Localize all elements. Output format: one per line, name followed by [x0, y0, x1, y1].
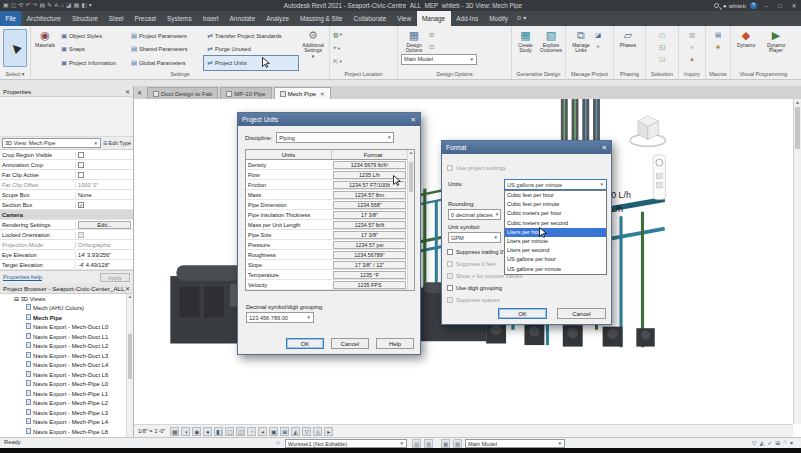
ok-button[interactable]: OK: [286, 338, 324, 349]
dropdown-option[interactable]: Liters per hour: [505, 228, 606, 237]
view-control-icon[interactable]: ◭: [291, 427, 300, 436]
ribbon-tab[interactable]: Analyze: [261, 11, 295, 26]
unit-format-button[interactable]: 17 3/8": [332, 211, 414, 219]
tree-view-item[interactable]: Navis Export - Mech-Duct L3: [0, 352, 133, 362]
view-control-icon[interactable]: ◕: [258, 427, 267, 436]
property-row[interactable]: Far Clip Offset 1000' 0": [0, 180, 133, 190]
selection-filter-icon[interactable]: ▽: [752, 439, 757, 446]
ribbon-tab[interactable]: Add-Ins: [451, 11, 484, 26]
tree-view-item[interactable]: Navis Export - Mech-Duct L4: [0, 361, 133, 371]
view-tabs-close-icon[interactable]: ✕: [135, 87, 144, 99]
active-design-option-dropdown[interactable]: Main Model▼: [401, 54, 477, 65]
ribbon-tab[interactable]: Systems: [162, 11, 198, 26]
location-button[interactable]: ◍▾: [331, 28, 344, 42]
view-control-icon[interactable]: ◧: [214, 427, 223, 436]
format-option-checkbox[interactable]: Use digit grouping: [447, 282, 607, 294]
property-value[interactable]: [76, 172, 133, 178]
qat-icon[interactable]: ▣: [3, 0, 9, 11]
property-row[interactable]: Annotation Crop: [0, 160, 133, 170]
property-value[interactable]: 14' 3.93/256": [76, 252, 133, 258]
tree-view-item[interactable]: Mech Pipe: [0, 314, 133, 324]
close-tab-icon[interactable]: ✕: [320, 91, 325, 97]
tree-view-item[interactable]: Navis Export - Mech-Duct L0: [0, 323, 133, 333]
type-selector-dropdown[interactable]: 3D View: Mech Pipe▼: [2, 138, 101, 148]
unit-row[interactable]: Pressure 1234.57 psi: [246, 240, 414, 250]
ribbon-tab[interactable]: Insert: [197, 11, 224, 26]
property-row[interactable]: Projection Mode Orthographic: [0, 240, 133, 250]
qat-icon[interactable]: ↶: [25, 0, 30, 11]
ribbon-tab[interactable]: Massing & Site: [294, 11, 348, 26]
design-options-icon[interactable]: ▦: [441, 439, 450, 448]
checkbox[interactable]: [447, 285, 453, 291]
checkbox[interactable]: [447, 273, 453, 279]
tree-view-item[interactable]: Navis Export - Mech-Pipe L0: [0, 380, 133, 390]
help-button[interactable]: Help: [376, 338, 414, 349]
design-options-button[interactable]: ▦ Design Options: [399, 28, 429, 54]
dropdown-option[interactable]: US gallons per hour: [505, 255, 606, 264]
manage-links-button[interactable]: ⧉ Manage Links: [567, 28, 595, 54]
properties-close-icon[interactable]: ✕: [125, 88, 130, 95]
load-selection-icon[interactable]: ◱: [659, 41, 665, 53]
unit-format-button[interactable]: 1235 L/h: [332, 171, 414, 179]
tree-view-item[interactable]: Navis Export - Mech-Pipe L3: [0, 409, 133, 419]
explore-outcomes-button[interactable]: ▧ Explore Outcomes: [538, 28, 564, 54]
rounding-dropdown[interactable]: 0 decimal places▼: [448, 209, 501, 220]
view-tab[interactable]: MP-10 Pipe✕: [220, 87, 271, 99]
dropdown-option[interactable]: Liters per second: [505, 246, 606, 255]
cancel-button[interactable]: Cancel: [331, 338, 369, 349]
qat-icon[interactable]: ◧: [81, 0, 87, 11]
checkbox[interactable]: [447, 249, 453, 255]
view-tab[interactable]: Duct Design to Fab✕: [147, 87, 218, 99]
unit-format-button[interactable]: 1235 FPS: [332, 281, 414, 289]
ok-button[interactable]: OK: [498, 308, 547, 319]
edit-selection-icon[interactable]: ◲: [659, 53, 665, 65]
checkbox[interactable]: [447, 261, 453, 267]
qat-icon[interactable]: ↷: [32, 0, 37, 11]
unit-row[interactable]: Pipe Insulation Thickness 17 3/8": [246, 210, 414, 220]
unit-symbol-dropdown[interactable]: GPM▼: [448, 232, 501, 243]
collapse-icon[interactable]: ⊟: [14, 296, 21, 302]
unit-format-button[interactable]: 1234.57 psi: [332, 241, 414, 249]
checkbox[interactable]: [78, 162, 84, 168]
home-icon[interactable]: ⌂: [276, 439, 280, 445]
property-value[interactable]: None: [76, 192, 133, 198]
ribbon-small-button[interactable]: ▤Project Parameters: [128, 29, 204, 43]
view-control-icon[interactable]: ▢: [225, 427, 234, 436]
ribbon-tab[interactable]: Precast: [129, 11, 162, 26]
unit-format-button[interactable]: 1234.568": [332, 201, 414, 209]
ribbon-tab[interactable]: View: [392, 11, 417, 26]
ribbon-tab[interactable]: Annotate: [224, 11, 261, 26]
properties-help-link[interactable]: Properties help: [3, 274, 42, 280]
qat-icon[interactable]: ✎: [47, 0, 52, 11]
decal-icon[interactable]: ✦: [595, 41, 601, 53]
materials-button[interactable]: ◉ Materials: [32, 28, 58, 48]
dropdown-option[interactable]: Cubic feet per minute: [505, 200, 606, 209]
phases-button[interactable]: ▱ Phases: [615, 28, 641, 48]
property-row[interactable]: Target Elevation -4' 4.49/128": [0, 260, 133, 270]
position-button[interactable]: ⇱▾: [331, 55, 344, 69]
property-row[interactable]: Section Box: [0, 200, 133, 210]
ribbon-tab[interactable]: Manage: [417, 11, 451, 26]
property-row[interactable]: Crop Region Visible: [0, 150, 133, 160]
qat-icon[interactable]: A: [54, 0, 58, 11]
property-row[interactable]: Locked Orientation: [0, 230, 133, 240]
tree-view-item[interactable]: Navis Export - Mech-Pipe L1: [0, 390, 133, 400]
unit-format-button[interactable]: 1234.57 lbm: [332, 191, 414, 199]
property-row[interactable]: Camera: [0, 210, 133, 220]
unit-row[interactable]: Velocity 1235 FPS: [246, 280, 414, 290]
property-row[interactable]: Eye Elevation 14' 3.93/256": [0, 250, 133, 260]
unit-row[interactable]: Mass per Unit Length 1234.57 lb/ft: [246, 220, 414, 230]
ribbon-small-button[interactable]: ▤Shared Parameters: [128, 43, 204, 57]
property-value[interactable]: Edit...: [76, 221, 133, 229]
view-control-icon[interactable]: ▦: [170, 427, 179, 436]
checkbox[interactable]: [78, 202, 84, 208]
ribbon-tab[interactable]: Structure: [66, 11, 103, 26]
property-value[interactable]: 1000' 0": [76, 182, 133, 188]
worksharing-display-icon[interactable]: ▥: [424, 439, 433, 448]
units-dropdown[interactable]: US gallons per minute▼: [504, 179, 607, 190]
project-units-title-bar[interactable]: Project Units ✕: [238, 113, 420, 126]
ribbon-tab[interactable]: Collaborate: [348, 11, 392, 26]
active-design-option-dropdown[interactable]: Main Model▼: [465, 439, 565, 448]
project-browser-close-icon[interactable]: ✕: [125, 285, 130, 292]
dynamo-player-button[interactable]: ▶ Dynamo Player: [760, 28, 792, 54]
